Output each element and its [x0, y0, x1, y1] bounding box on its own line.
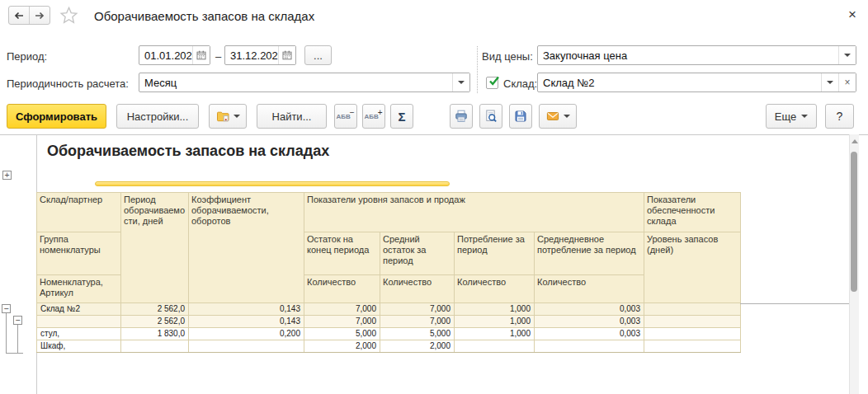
scroll-up-icon[interactable] — [851, 139, 858, 143]
cell[interactable] — [121, 340, 189, 353]
cell[interactable]: 0,003 — [535, 303, 644, 316]
cell[interactable]: 0,143 — [189, 303, 304, 316]
cell[interactable]: 7,000 — [304, 316, 380, 328]
report-title-underline — [95, 181, 450, 186]
cell[interactable] — [189, 340, 304, 353]
col-header-qty[interactable]: Количество — [535, 275, 644, 303]
back-button[interactable] — [9, 7, 29, 24]
dropdown-button[interactable] — [821, 73, 838, 91]
cell[interactable]: 2,000 — [304, 340, 380, 353]
scrollbar-thumb[interactable] — [851, 152, 857, 292]
envelope-icon — [546, 110, 559, 123]
cell[interactable]: 1,000 — [455, 303, 535, 316]
period-to-field[interactable]: 31.12.2020 — [224, 45, 296, 65]
cell[interactable]: 1 830,0 — [121, 328, 189, 340]
cell[interactable]: 5,000 — [304, 328, 380, 340]
table-row[interactable]: 2 562,0 0,143 7,000 7,000 1,000 0,003 — [37, 316, 741, 328]
clear-button[interactable]: × — [838, 73, 856, 91]
row-name-cell[interactable]: стул, — [37, 328, 121, 340]
cell[interactable]: 0,003 — [535, 316, 644, 328]
abc-glyph: АБВ — [364, 113, 378, 120]
col-header-end-balance[interactable]: Остаток на конец периода — [304, 232, 380, 275]
col-header-supply-group[interactable]: Показатели обеспеченности склада — [644, 193, 741, 232]
col-header-warehouse-partner[interactable]: Склад/партнер — [37, 193, 121, 232]
col-header-turnover-period[interactable]: Период оборачиваемости, дней — [121, 193, 189, 303]
price-type-value: Закупочная цена — [538, 46, 838, 64]
dropdown-button[interactable] — [838, 46, 856, 64]
sum-button[interactable]: Σ — [390, 104, 413, 129]
calendar-button[interactable] — [192, 46, 210, 64]
dropdown-button[interactable] — [452, 73, 469, 91]
save-button[interactable] — [509, 104, 532, 129]
group-collapse-button-level1[interactable]: − — [2, 304, 11, 313]
generate-button[interactable]: Сформировать — [7, 104, 106, 129]
calendar-button[interactable] — [278, 46, 295, 64]
back-arrow-icon — [12, 9, 26, 22]
cell[interactable]: 5,000 — [380, 328, 455, 340]
col-header-nomenclature[interactable]: Номенклатура, Артикул — [37, 275, 121, 303]
cell[interactable]: 1,000 — [455, 328, 535, 340]
filters-splitter[interactable] — [477, 46, 478, 93]
header-group-expand-button[interactable]: + — [2, 171, 12, 180]
chevron-down-icon — [827, 81, 833, 84]
cell[interactable] — [644, 340, 741, 353]
col-header-avg-balance[interactable]: Средний остаток за период — [380, 232, 455, 275]
table-row[interactable]: Шкаф, 2,000 2,000 — [37, 340, 741, 353]
warehouse-checkbox[interactable] — [486, 77, 498, 89]
col-header-qty[interactable]: Количество — [304, 275, 380, 303]
col-header-stock-level[interactable]: Уровень запасов (дней) — [644, 232, 741, 303]
col-header-avg-daily-consumption[interactable]: Среднедневное потребление за период — [535, 232, 644, 275]
cell[interactable]: 2,000 — [380, 340, 455, 353]
favorite-star-icon[interactable] — [59, 5, 79, 29]
row-name-cell[interactable] — [37, 316, 121, 328]
col-header-qty[interactable]: Количество — [455, 275, 535, 303]
cell[interactable] — [644, 303, 741, 316]
warehouse-combo[interactable]: Склад №2 × — [537, 73, 856, 92]
report-window: Оборачиваемость запасов на складах × Пер… — [0, 0, 868, 394]
cell[interactable]: 2 562,0 — [121, 316, 189, 328]
font-decrease-button[interactable]: АБВ− — [334, 104, 357, 129]
cell[interactable]: 2 562,0 — [121, 303, 189, 316]
col-header-stock-sales-group[interactable]: Показатели уровня запасов и продаж — [304, 193, 644, 232]
settings-button[interactable]: Настройки... — [116, 104, 199, 129]
cell[interactable]: 7,000 — [380, 316, 455, 328]
table-row[interactable]: стул, 1 830,0 0,200 5,000 5,000 1,000 0,… — [37, 328, 741, 340]
cell[interactable] — [644, 316, 741, 328]
row-name-cell[interactable]: Шкаф, — [37, 340, 121, 353]
font-increase-button[interactable]: АБВ+ — [362, 104, 385, 129]
cell[interactable] — [455, 340, 535, 353]
period-to-value: 31.12.2020 — [225, 46, 278, 64]
cell[interactable] — [644, 328, 741, 340]
price-type-combo[interactable]: Закупочная цена — [537, 45, 856, 65]
cell[interactable]: 0,200 — [189, 328, 304, 340]
col-header-nomenclature-group[interactable]: Группа номенклатуры — [37, 232, 121, 275]
price-type-label: Вид цены: — [482, 50, 533, 63]
find-button[interactable]: Найти... — [257, 104, 327, 129]
nav-button-group — [8, 6, 50, 25]
group-collapse-button-level2[interactable]: − — [13, 316, 22, 325]
cell[interactable]: 0,003 — [535, 328, 644, 340]
periodicity-combo[interactable]: Месяц — [139, 73, 470, 92]
col-header-consumption[interactable]: Потребление за период — [455, 232, 535, 275]
help-button[interactable]: ? — [825, 104, 854, 129]
warehouse-label: Склад: — [503, 77, 537, 90]
more-button[interactable]: Еще — [766, 104, 817, 129]
cell[interactable] — [535, 340, 644, 353]
row-name-cell[interactable]: Склад №2 — [37, 303, 121, 316]
preview-button[interactable] — [479, 104, 502, 129]
print-button[interactable] — [450, 104, 473, 129]
send-mail-button[interactable] — [539, 104, 577, 129]
table-row[interactable]: Склад №2 2 562,0 0,143 7,000 7,000 1,000… — [37, 303, 741, 316]
cell[interactable]: 0,143 — [189, 316, 304, 328]
cell[interactable]: 1,000 — [455, 316, 535, 328]
cell[interactable]: 7,000 — [304, 303, 380, 316]
cell[interactable]: 7,000 — [380, 303, 455, 316]
forward-button[interactable] — [29, 7, 50, 24]
report-variants-button[interactable] — [209, 104, 247, 129]
period-from-field[interactable]: 01.01.2020 — [139, 45, 210, 65]
checkmark-icon — [488, 74, 501, 87]
close-icon[interactable]: × — [843, 7, 861, 23]
choose-period-button[interactable]: ... — [304, 45, 332, 65]
col-header-turnover-ratio[interactable]: Коэффициент оборачиваемости, оборотов — [189, 193, 304, 303]
col-header-qty[interactable]: Количество — [380, 275, 455, 303]
